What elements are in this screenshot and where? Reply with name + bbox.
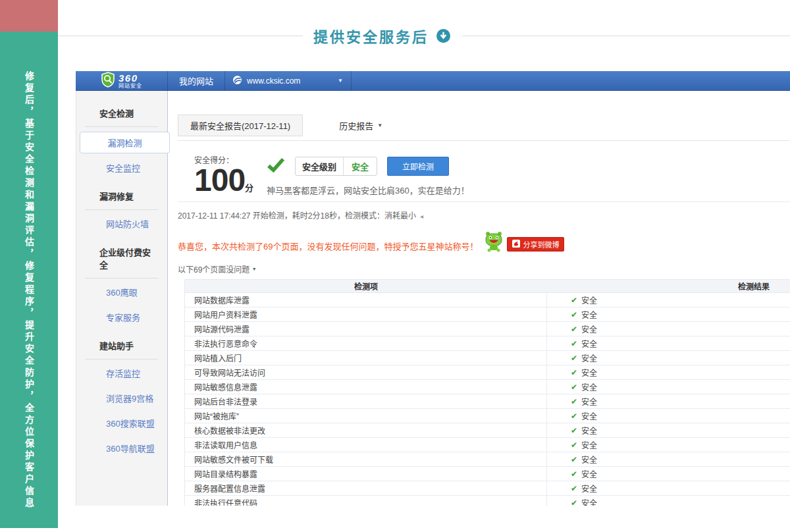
report-tabs: 最新安全报告(2017-12-11) 历史报告 ▼	[178, 115, 790, 136]
pages-note-toggle[interactable]: 以下69个页面没问题 ▾	[178, 263, 790, 275]
security-level-box: 安全级别 安全	[295, 157, 377, 176]
sidebar-item-专家服务[interactable]: 专家服务	[76, 306, 167, 329]
result-label: 安全	[581, 396, 597, 407]
result-label: 安全	[581, 381, 597, 392]
share-label: 分享到微博	[523, 239, 559, 250]
result-label: 安全	[581, 352, 597, 363]
logo-line2: 网站安全	[118, 84, 142, 89]
check-icon: ✔	[571, 426, 577, 435]
table-row: 非法执行恶意命令✔安全	[185, 336, 790, 351]
check-icon: ✔	[571, 412, 577, 421]
table-row: 网站目录结构暴露✔安全	[185, 467, 790, 481]
check-result: ✔安全	[547, 336, 597, 350]
nav-my-website[interactable]: 我的网站	[168, 71, 225, 90]
check-item-label: 网站用户资料泄露	[185, 307, 547, 321]
collapse-arrow-icon[interactable]: ◂	[420, 213, 423, 220]
sidebar-item-浏览器9宫格[interactable]: 浏览器9宫格	[76, 386, 167, 410]
share-to-weibo-button[interactable]: 分享到微博	[507, 237, 564, 252]
table-row: 网站敏感信息泄露✔安全	[185, 380, 790, 394]
check-result: ✔安全	[547, 307, 597, 321]
sidebar-item-360导航联盟[interactable]: 360导航联盟	[76, 437, 167, 460]
sidebar-item-360鹰眼[interactable]: 360鹰眼	[76, 280, 167, 304]
result-label: 安全	[581, 410, 597, 421]
check-icon: ✔	[571, 484, 577, 493]
mascot-icon	[485, 231, 503, 255]
check-icon: ✔	[571, 455, 577, 464]
table-row: 核心数据被非法更改✔安全	[185, 423, 790, 438]
result-label: 安全	[581, 323, 597, 334]
sidebar-item-安全监控[interactable]: 安全监控	[76, 156, 167, 179]
score-detail: 安全级别 安全 立即检测 神马黑客都是浮云，网站安全比肩360，实在是给力！	[267, 154, 469, 196]
check-icon: ✔	[571, 368, 577, 377]
check-result: ✔安全	[547, 409, 597, 423]
check-icon: ✔	[571, 440, 577, 450]
sidebar-section-漏洞修复: 漏洞修复	[85, 183, 158, 210]
table-row: 非法执行任意代码✔安全	[185, 496, 790, 506]
sidebar-item-存活监控[interactable]: 存活监控	[76, 361, 167, 385]
check-item-label: 网站数据库泄露	[185, 293, 547, 307]
check-result: ✔安全	[547, 438, 597, 452]
result-label: 安全	[581, 468, 597, 479]
title-rule-left	[58, 36, 303, 36]
scan-now-button[interactable]: 立即检测	[387, 157, 449, 176]
score-value: 100分	[194, 165, 261, 196]
site-selector-dropdown[interactable]: www.cksic.com ▼	[225, 71, 352, 90]
banner-red-block	[0, 0, 58, 32]
table-row: 网站用户资料泄露✔安全	[185, 307, 790, 322]
check-item-label: 非法执行恶意命令	[185, 336, 547, 350]
check-item-label: 网站“被拖库”	[185, 409, 547, 423]
scan-info-text: 2017-12-11 17:44:27 开始检测，耗时2分18秒，检测模式：消耗…	[178, 211, 416, 221]
check-result: ✔安全	[547, 351, 597, 365]
check-result: ✔安全	[547, 423, 597, 437]
section-divider	[178, 201, 790, 202]
site-url: www.cksic.com	[247, 76, 300, 86]
check-result: ✔安全	[547, 467, 597, 481]
top-navbar: 360 网站安全 我的网站 www.cksic.com ▼	[76, 71, 790, 91]
table-row: 网站敏感文件被可下载✔安全	[185, 452, 790, 467]
result-label: 安全	[581, 425, 597, 436]
table-row: 网站源代码泄露✔安全	[185, 322, 790, 336]
sidebar-item-网站防火墙[interactable]: 网站防火墙	[76, 212, 167, 235]
page-title: 提供安全服务后	[313, 25, 429, 46]
result-label: 安全	[581, 439, 597, 450]
check-icon: ✔	[571, 339, 577, 348]
check-item-label: 非法执行任意代码	[185, 496, 547, 506]
table-row: 网站“被拖库”✔安全	[185, 409, 790, 423]
tab-history-report[interactable]: 历史报告 ▼	[339, 119, 382, 132]
result-label: 安全	[581, 497, 597, 506]
chevron-down-icon: ▼	[377, 122, 382, 128]
result-label: 安全	[581, 483, 597, 494]
left-banner: 修复后，基于安全检测和漏洞评估，修复程序，提升安全防护，全方位保护客户信息	[0, 0, 58, 532]
check-table-header: 检测项 检测结果	[185, 280, 790, 293]
logo-360-website-security: 360 网站安全	[76, 71, 168, 90]
congrats-row: 恭喜您，本次共检测了69个页面，没有发现任何问题，特授予您五星神站称号！	[178, 231, 790, 255]
sidebar-item-360搜索联盟[interactable]: 360搜索联盟	[76, 412, 167, 435]
banner-vertical-text: 修复后，基于安全检测和漏洞评估，修复程序，提升安全防护，全方位保护客户信息	[24, 32, 34, 528]
sidebar-item-漏洞检测[interactable]: 漏洞检测	[80, 132, 170, 153]
pages-note-label: 以下69个页面没问题	[178, 263, 250, 275]
congrats-text: 恭喜您，本次共检测了69个页面，没有发现任何问题，特授予您五星神站称号！	[178, 240, 478, 255]
check-item-label: 可导致网站无法访问	[185, 365, 547, 379]
check-result: ✔安全	[547, 394, 597, 408]
check-icon: ✔	[571, 325, 577, 334]
security-level-label: 安全级别	[296, 157, 343, 175]
badge-row: 安全级别 安全 立即检测	[267, 157, 469, 176]
tab-latest-report[interactable]: 最新安全报告(2017-12-11)	[178, 115, 303, 136]
report-content: 最新安全报告(2017-12-11) 历史报告 ▼ 安全得分： 100分	[168, 91, 790, 506]
tabs-divider	[178, 140, 790, 141]
table-row: 网站数据库泄露✔安全	[185, 293, 790, 307]
score-section: 安全得分： 100分 安全级别 安全 立即检测 神马黑客都是浮云，	[194, 154, 790, 196]
chevron-down-icon: ▼	[338, 78, 343, 84]
chevron-down-icon: ▾	[253, 266, 255, 272]
table-row: 可导致网站无法访问✔安全	[185, 365, 790, 380]
result-label: 安全	[581, 294, 597, 306]
sidebar-section-安全检测: 安全检测	[85, 100, 158, 127]
check-result: ✔安全	[547, 380, 597, 394]
check-result: ✔安全	[547, 452, 597, 466]
check-icon: ✔	[571, 498, 577, 506]
sidebar-section-企业级付费安全: 企业级付费安全	[85, 239, 158, 279]
check-icon: ✔	[571, 469, 577, 479]
security-level-value: 安全	[343, 157, 377, 175]
banner-green-strip: 修复后，基于安全检测和漏洞评估，修复程序，提升安全防护，全方位保护客户信息	[0, 32, 58, 528]
check-result: ✔安全	[547, 481, 597, 495]
